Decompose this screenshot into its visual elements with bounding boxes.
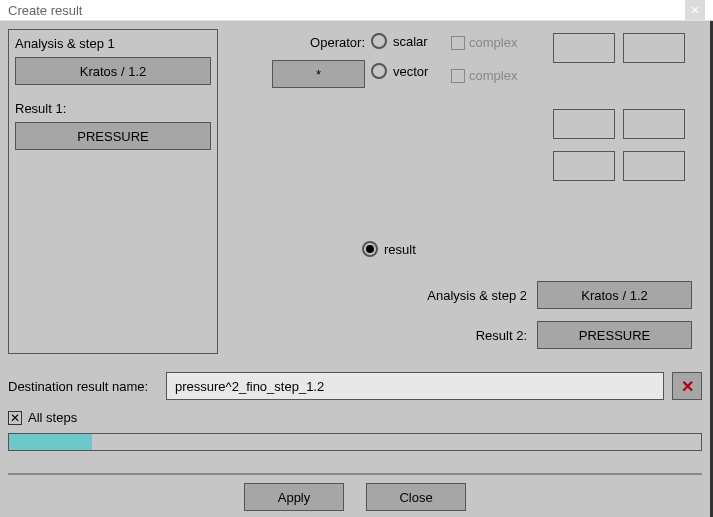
analysis-step-1-button[interactable]: Kratos / 1.2	[15, 57, 211, 85]
box-3a[interactable]	[553, 151, 615, 181]
clear-destination-button[interactable]: ✕	[672, 372, 702, 400]
progress-fill	[9, 434, 92, 450]
window-title: Create result	[8, 3, 82, 18]
result-1-button[interactable]: PRESSURE	[15, 122, 211, 150]
analysis-step-2-label: Analysis & step 2	[427, 288, 527, 303]
box-1a[interactable]	[553, 33, 615, 63]
progress-bar	[8, 433, 702, 451]
operator-button[interactable]: *	[272, 60, 365, 88]
result-2-button[interactable]: PRESSURE	[537, 321, 692, 349]
box-2a[interactable]	[553, 109, 615, 139]
result-1-label: Result 1:	[15, 101, 211, 116]
analysis-step-1-label: Analysis & step 1	[15, 36, 211, 51]
apply-button[interactable]: Apply	[244, 483, 344, 511]
window-close-button[interactable]: ×	[685, 0, 705, 20]
result-radio-label: result	[384, 242, 416, 257]
analysis-step-1-panel: Analysis & step 1 Kratos / 1.2 Result 1:…	[8, 29, 218, 354]
complex-scalar-checkbox	[451, 36, 465, 50]
complex-vector-checkbox	[451, 69, 465, 83]
all-steps-checkbox[interactable]: ✕	[8, 411, 22, 425]
box-3b[interactable]	[623, 151, 685, 181]
destination-name-label: Destination result name:	[8, 379, 158, 394]
all-steps-label: All steps	[28, 410, 77, 425]
scalar-radio[interactable]	[371, 33, 387, 49]
vector-radio[interactable]	[371, 63, 387, 79]
complex-scalar-label: complex	[469, 35, 517, 50]
complex-vector-label: complex	[469, 68, 517, 83]
titlebar: Create result ×	[0, 0, 713, 21]
close-button[interactable]: Close	[366, 483, 466, 511]
result-radio[interactable]	[362, 241, 378, 257]
vector-radio-label: vector	[393, 64, 428, 79]
box-1b[interactable]	[623, 33, 685, 63]
scalar-radio-label: scalar	[393, 34, 428, 49]
result-2-label: Result 2:	[476, 328, 527, 343]
box-2b[interactable]	[623, 109, 685, 139]
operator-label: Operator:	[310, 35, 365, 50]
analysis-step-2-button[interactable]: Kratos / 1.2	[537, 281, 692, 309]
divider	[8, 473, 702, 475]
destination-name-input[interactable]	[166, 372, 664, 400]
